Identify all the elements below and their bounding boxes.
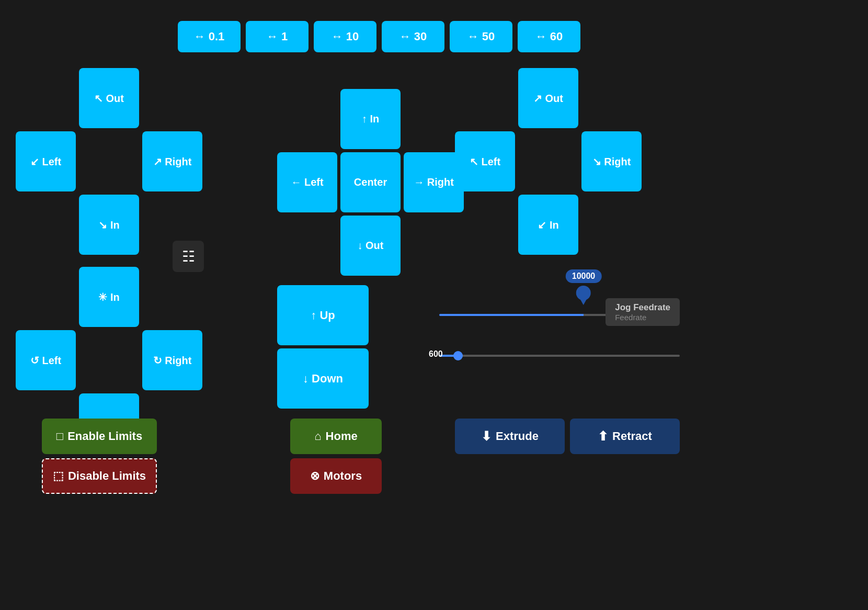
up-button[interactable]: ↑ Up: [277, 285, 369, 345]
step-0.1-button[interactable]: ↔ 0.1: [178, 21, 241, 52]
down-button[interactable]: ↓ Down: [277, 348, 369, 409]
step-60-button[interactable]: ↔ 60: [518, 21, 580, 52]
up-down-pad: ↑ Up ↓ Down: [277, 285, 369, 409]
diagonal-pad-1: ↖ Out ↙ Left ↗ Right ↘ In: [16, 68, 202, 255]
empty-cell: [581, 195, 642, 255]
pad1-in-button[interactable]: ↘ In: [79, 195, 139, 255]
extrude-icon: ⬇: [481, 429, 492, 444]
pad1-right-button[interactable]: ↗ Right: [142, 131, 202, 191]
empty-cell: [79, 131, 139, 191]
pad2-in-button[interactable]: ↙ In: [518, 195, 578, 255]
pad1-out-button[interactable]: ↖ Out: [79, 68, 139, 128]
center-center-button[interactable]: Center: [340, 152, 401, 212]
feedrate-section: 10000 Jog Feedrate Feedrate 600: [429, 267, 690, 369]
enable-limits-icon: □: [56, 430, 63, 443]
home-button[interactable]: ⌂ Home: [290, 419, 382, 454]
home-label: Home: [326, 430, 358, 443]
chat-icon: ☷: [182, 248, 195, 265]
motors-icon: ⊗: [310, 469, 319, 483]
home-icon: ⌂: [314, 430, 321, 443]
empty-cell: [455, 68, 515, 128]
bottom-center-buttons: ⌂ Home ⊗ Motors: [290, 419, 382, 494]
step-row: ↔ 0.1 ↔ 1 ↔ 10 ↔ 30 ↔ 50 ↔ 60: [178, 21, 580, 52]
empty-cell: [277, 89, 337, 149]
feedrate-pin-icon: [576, 285, 591, 305]
feedrate-min-value: 600: [429, 349, 443, 359]
pad3-right-button[interactable]: ↻ Right: [142, 330, 202, 390]
feedrate-pin-value: 10000: [566, 269, 602, 283]
extrude-label: Extrude: [496, 430, 539, 443]
motors-label: Motors: [324, 469, 362, 483]
empty-cell: [518, 131, 578, 191]
step-30-button[interactable]: ↔ 30: [382, 21, 444, 52]
bottom-right-buttons: ⬇ Extrude ⬆ Retract: [455, 419, 680, 454]
bottom-left-buttons: □ Enable Limits ⬚ Disable Limits: [42, 419, 157, 494]
pad3-left-button[interactable]: ↺ Left: [16, 330, 76, 390]
pad2-out-button[interactable]: ↗ Out: [518, 68, 578, 128]
enable-limits-label: Enable Limits: [67, 430, 142, 443]
feedrate-pin: 10000: [566, 269, 602, 305]
empty-cell: [16, 195, 76, 255]
step-50-button[interactable]: ↔ 50: [450, 21, 512, 52]
disable-limits-icon: ⬚: [53, 469, 64, 483]
empty-cell: [455, 195, 515, 255]
pad2-left-button[interactable]: ↖ Left: [455, 131, 515, 191]
center-cross-pad: ↑ In ← Left Center → Right ↓ Out: [277, 89, 464, 276]
empty-cell: [581, 68, 642, 128]
empty-cell: [142, 267, 202, 327]
extrude-button[interactable]: ⬇ Extrude: [455, 419, 565, 454]
pad3-in-button[interactable]: ✳ In: [79, 267, 139, 327]
svg-marker-1: [578, 296, 589, 305]
feedrate-tooltip: Jog Feedrate Feedrate: [606, 298, 680, 326]
disable-limits-label: Disable Limits: [68, 469, 146, 483]
feedrate-min-slider[interactable]: [439, 355, 680, 357]
empty-cell: [16, 267, 76, 327]
retract-button[interactable]: ⬆ Retract: [570, 419, 680, 454]
retract-label: Retract: [612, 430, 652, 443]
pad2-right-button[interactable]: ↘ Right: [581, 131, 642, 191]
retract-icon: ⬆: [598, 429, 608, 444]
empty-cell: [16, 68, 76, 128]
empty-cell: [277, 216, 337, 276]
diagonal-pad-2: ↗ Out ↖ Left ↘ Right ↙ In: [455, 68, 642, 255]
motors-button[interactable]: ⊗ Motors: [290, 458, 382, 494]
center-out-button[interactable]: ↓ Out: [340, 216, 401, 276]
step-10-button[interactable]: ↔ 10: [314, 21, 376, 52]
step-1-button[interactable]: ↔ 1: [246, 21, 309, 52]
pad1-left-button[interactable]: ↙ Left: [16, 131, 76, 191]
center-left-button[interactable]: ← Left: [277, 152, 337, 212]
disable-limits-button[interactable]: ⬚ Disable Limits: [42, 458, 157, 494]
center-in-button[interactable]: ↑ In: [340, 89, 401, 149]
empty-cell: [79, 330, 139, 390]
enable-limits-button[interactable]: □ Enable Limits: [42, 419, 157, 454]
empty-cell: [142, 68, 202, 128]
